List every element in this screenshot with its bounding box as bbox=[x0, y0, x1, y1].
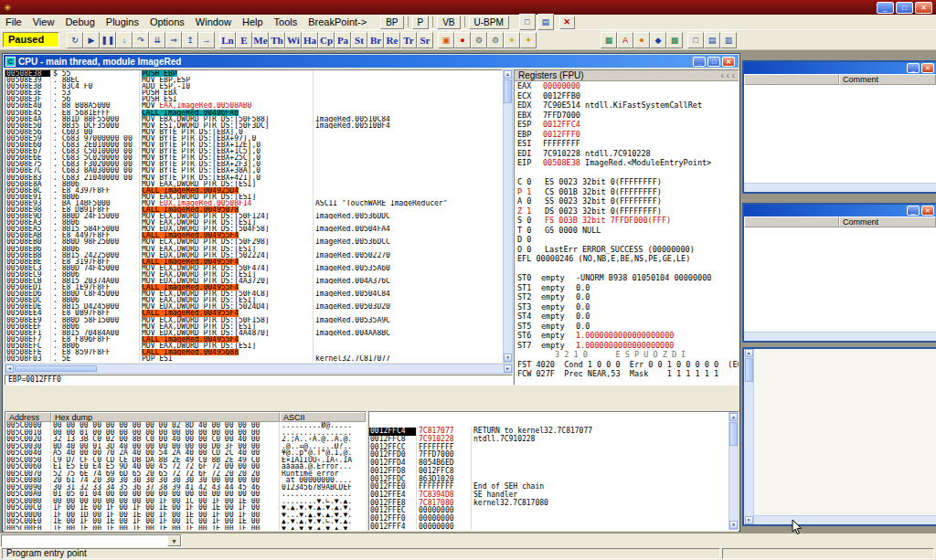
disasm-row[interactable]: 00508E60. C683 2E010000 00MOV BYTE PTR D… bbox=[5, 142, 502, 148]
scroll-thumb[interactable] bbox=[504, 79, 512, 103]
minimize-button[interactable]: _ bbox=[877, 2, 894, 14]
letter-button-pa[interactable]: Pa bbox=[335, 32, 351, 48]
disasm-row[interactable]: 00508EFE. E8 8597F8FFCALL ImageRed.00495… bbox=[5, 349, 502, 355]
side-window-2-hscrollbar[interactable] bbox=[744, 332, 936, 341]
letter-button-cp[interactable]: Cp bbox=[318, 32, 335, 48]
cpu-titlebar[interactable]: C CPU - main thread, module ImageRed _ □… bbox=[4, 55, 739, 68]
dump-row[interactable]: 005C00B000 00 00 00 00 00 00 00 1F 00 1C… bbox=[5, 498, 366, 505]
disasm-row[interactable]: 00508EF7. E8 F896F8FFCALL ImageRed.00495… bbox=[5, 336, 502, 343]
disasm-row[interactable]: 00508EC9. 8B06MOV EAX,DWORD PTR DS:[ESI] bbox=[5, 271, 502, 278]
disasm-row[interactable]: 00508F03. 5EPOP ESIkernel32.7C817077 bbox=[5, 355, 502, 362]
dump-row[interactable]: 005C00F01F 00 1E 00 1F 00 1F 00 1E 00 1F… bbox=[5, 525, 366, 532]
plugin-gear-icon[interactable]: ⚙ bbox=[487, 32, 504, 48]
scroll-up-icon[interactable]: ▲ bbox=[745, 349, 753, 357]
disasm-row[interactable]: 00508E50. 8B35 DCF35000MOV ESI,DWORD PTR… bbox=[5, 122, 502, 129]
dump-row[interactable]: 005C009030 31 32 33 34 35 36 37 38 39 41… bbox=[5, 484, 366, 491]
letter-button-re[interactable]: Re bbox=[384, 32, 400, 48]
command-combobox[interactable]: ▼ bbox=[1, 534, 182, 547]
disasm-row[interactable]: 00508E45. E8 5681EFFFCALL ImageRed.00406… bbox=[5, 110, 502, 116]
side-window-3-vscrollbar[interactable]: ▲ ▼ bbox=[744, 349, 754, 524]
disasm-row[interactable]: 00508E39. 8BECMOV EBP,ESP bbox=[5, 77, 502, 83]
disasm-row[interactable]: 00508E38$ 55PUSH EBP bbox=[5, 70, 502, 77]
stack-vscrollbar[interactable]: ▲ ▼ bbox=[729, 412, 739, 530]
scroll-left-icon[interactable]: ◄ bbox=[5, 365, 14, 373]
mdi-window-icon[interactable]: ▤ bbox=[537, 14, 554, 30]
minimize-button[interactable]: _ bbox=[907, 63, 920, 73]
side-window-1-hscrollbar[interactable] bbox=[744, 183, 936, 192]
dump-row[interactable]: 005C0060E1 E5 E0 E4 E5 9D 40 00 45 72 72… bbox=[5, 463, 366, 470]
scroll-thumb[interactable] bbox=[745, 358, 753, 382]
step-over-icon[interactable]: ↷ bbox=[133, 32, 149, 48]
pause-icon[interactable]: ❚❚ bbox=[100, 32, 116, 48]
menu-item-window[interactable]: Window bbox=[190, 16, 237, 28]
scroll-thumb[interactable] bbox=[729, 422, 738, 446]
memory-map-icon[interactable]: ▦ bbox=[601, 32, 617, 48]
letter-button-sr[interactable]: Sr bbox=[417, 32, 433, 48]
dump-row[interactable]: 005C008020 61 74 20 30 30 30 30 30 30 30… bbox=[5, 477, 366, 484]
side-window-1-titlebar[interactable]: _ ✕ bbox=[744, 62, 936, 74]
letter-button-wi[interactable]: Wi bbox=[285, 32, 302, 48]
tile-horizontal-icon[interactable]: ▤ bbox=[704, 32, 720, 48]
dump-row[interactable]: 005C00300D 40 00 01 3D 40 00 00 00 00 00… bbox=[5, 443, 366, 450]
dump-row[interactable]: 005C007052 75 6E 74 69 6D 65 20 65 72 72… bbox=[5, 470, 366, 478]
animate-into-icon[interactable]: ⇊ bbox=[149, 32, 165, 48]
menu-item-view[interactable]: View bbox=[27, 16, 60, 28]
ascii-table-icon[interactable]: A bbox=[617, 32, 633, 48]
log-marker-icon[interactable]: ● bbox=[454, 32, 471, 48]
chevron-down-icon[interactable]: ▼ bbox=[167, 535, 181, 546]
debug-options-gear-icon[interactable]: ⚙ bbox=[471, 32, 487, 48]
close-button[interactable]: ✕ bbox=[915, 2, 932, 14]
tile-vertical-icon[interactable]: ▥ bbox=[720, 32, 737, 48]
letter-button-e[interactable]: E bbox=[236, 32, 252, 48]
restart-icon[interactable]: ↻ bbox=[67, 32, 83, 48]
disasm-row[interactable]: 00508ED1. E8 1E97F8FFCALL ImageRed.00495… bbox=[5, 284, 502, 291]
side-window-2-body[interactable] bbox=[744, 227, 936, 332]
letter-button-ln[interactable]: Ln bbox=[219, 32, 236, 48]
scroll-down-icon[interactable]: ▼ bbox=[504, 354, 512, 362]
disasm-row[interactable]: 00508EDE. 8B15 D4245000MOV EDX,DWORD PTR… bbox=[5, 303, 502, 310]
cpu-maximize-button[interactable]: □ bbox=[707, 57, 720, 67]
scroll-right-icon[interactable]: ► bbox=[504, 365, 512, 373]
diamond-icon[interactable]: ◆ bbox=[650, 32, 666, 48]
disasm-row[interactable]: 00508EE9. 8B0D 58F15000MOV ECX,DWORD PTR… bbox=[5, 317, 502, 323]
disasm-row[interactable]: 00508EA3. 8B06MOV EAX,DWORD PTR DS:[ESI] bbox=[5, 219, 502, 226]
info-pane[interactable]: EBP=0012FFF0 bbox=[5, 375, 513, 386]
stack-pane[interactable]: 0012FFC47C817077RETURN to kernel32.7C817… bbox=[368, 411, 739, 531]
cpu-close-button[interactable]: ✕ bbox=[722, 57, 735, 67]
dump-row[interactable]: 005C002032 13 3B C0 02 00 8B C0 00 40 00… bbox=[5, 436, 366, 443]
letter-button-me[interactable]: Me bbox=[252, 32, 269, 48]
disasm-row[interactable]: 00508EF1. 8B15 70484A00MOV EDX,DWORD PTR… bbox=[5, 330, 502, 336]
disasm-row[interactable]: 00508E98. E8 DB91F8FFCALL ImageRed.00495… bbox=[5, 206, 502, 213]
goto-icon[interactable]: → bbox=[198, 32, 215, 48]
menu-item-tools[interactable]: Tools bbox=[269, 16, 303, 28]
side-window-3-hscrollbar[interactable] bbox=[754, 515, 936, 524]
disasm-row[interactable]: 00508EE4. E8 0B97F8FFCALL ImageRed.00495… bbox=[5, 310, 502, 316]
mdi-close-icon[interactable]: ✕ bbox=[559, 16, 575, 29]
dump-row[interactable]: 005C00A001 05 01 04 00 00 00 00 00 00 00… bbox=[5, 491, 366, 498]
disasm-row[interactable]: 00508E8C. E8 4397F8FFCALL ImageRed.00492… bbox=[5, 187, 502, 194]
disasm-row[interactable]: 00508EAB. E8 4497F8FFCALL ImageRed.00495… bbox=[5, 232, 502, 238]
appearance-icon[interactable]: ✶ bbox=[504, 32, 520, 48]
disasm-row[interactable]: 00508E75. C683 F3020000 00MOV BYTE PTR D… bbox=[5, 161, 502, 167]
disasm-row[interactable]: 00508E93. BA 14BF5000MOV EDX,ImageRed.00… bbox=[5, 200, 502, 206]
letter-button-st[interactable]: St bbox=[351, 32, 367, 48]
breakpoint-options-icon[interactable]: ▣ bbox=[438, 32, 454, 48]
menu-item-debug[interactable]: Debug bbox=[59, 16, 100, 28]
help-star-icon[interactable]: ✦ bbox=[520, 32, 537, 48]
memory-dump-pane[interactable]: Address Hex dump ASCII 005C000000 00 00 … bbox=[5, 411, 367, 531]
run-icon[interactable]: ▶ bbox=[83, 32, 100, 48]
disasm-row[interactable]: 00508E83. C683 21040000 00MOV BYTE PTR D… bbox=[5, 174, 502, 181]
letter-button-tr[interactable]: Tr bbox=[400, 32, 417, 48]
disasm-row[interactable]: 00508EBE. E8 3197F8FFCALL ImageRed.00495… bbox=[5, 259, 502, 265]
close-button[interactable]: ✕ bbox=[921, 63, 934, 73]
scroll-up-icon[interactable]: ▲ bbox=[504, 70, 512, 79]
animate-over-icon[interactable]: ⇒ bbox=[165, 32, 182, 48]
tile-icon[interactable]: ▩ bbox=[666, 32, 683, 48]
dump-row[interactable]: 005C001000 00 01 00 00 00 00 00 00 00 00… bbox=[5, 429, 366, 437]
plugin-button-p[interactable]: P bbox=[412, 16, 430, 29]
disassembly-vscrollbar[interactable]: ▲ ▼ bbox=[503, 69, 513, 363]
disasm-row[interactable]: 00508E3E. 53PUSH EBX bbox=[5, 90, 502, 96]
disassembly-pane[interactable]: 00508E38$ 55PUSH EBP00508E39. 8BECMOV EB… bbox=[5, 69, 503, 363]
disasm-row[interactable]: 00508E4A. 8B1D 88F55000MOV EBX,DWORD PTR… bbox=[5, 116, 502, 122]
cascade-windows-icon[interactable]: □ bbox=[687, 32, 704, 48]
